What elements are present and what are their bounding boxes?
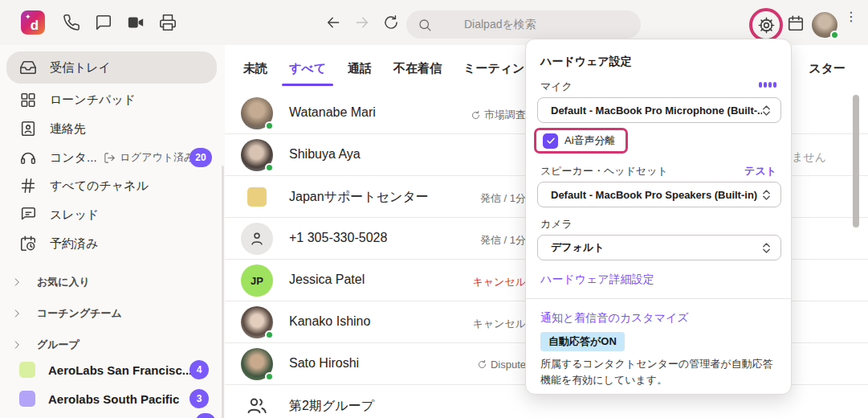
presence-dot — [265, 121, 274, 130]
sidebar-section-coaching[interactable]: コーチングチーム — [11, 301, 212, 326]
avatar — [241, 223, 273, 255]
hardware-settings-popup: ハードウェア設定 マイク Default - MacBook Pro Micro… — [525, 39, 792, 395]
avatar — [241, 139, 273, 171]
forward-arrow-icon[interactable] — [354, 14, 370, 31]
search-input[interactable]: Dialpadを検索 — [406, 10, 641, 39]
tab-calls[interactable]: 通話 — [348, 61, 372, 76]
phone-icon[interactable] — [63, 14, 80, 31]
avatar — [241, 306, 273, 338]
logout-icon — [104, 152, 116, 164]
group-badge: 4 — [189, 360, 209, 379]
partial-badge — [196, 413, 215, 418]
sidebar-section-groups[interactable]: グループ — [11, 333, 212, 357]
avatar — [241, 97, 273, 129]
search-icon — [418, 18, 432, 32]
camera-select[interactable]: デフォルト — [537, 235, 781, 260]
sidebar-item-threads[interactable]: スレッド — [6, 200, 217, 229]
notifications-ringtones-link[interactable]: 通知と着信音のカスタマイズ — [540, 311, 689, 326]
presence-dot — [265, 163, 274, 172]
avatar-initials: JP — [241, 264, 273, 297]
sidebar-item-inbox[interactable]: 受信トレイ — [6, 51, 217, 84]
threads-icon — [19, 206, 37, 223]
ai-separation-checkbox[interactable] — [543, 133, 558, 149]
chevron-updown-icon — [762, 242, 771, 254]
settings-highlight-ring — [749, 8, 783, 42]
sidebar-item-contacts[interactable]: 連絡先 — [6, 114, 217, 143]
video-icon[interactable] — [127, 14, 145, 31]
speaker-label: スピーカー・ヘッドセット — [540, 164, 668, 178]
sidebar-group-aerolabs-sf[interactable]: AeroLabs San Francisc... 4 — [6, 355, 217, 384]
inbox-icon — [19, 59, 37, 76]
overflow-menu-icon[interactable]: ⋮ — [845, 14, 858, 31]
group-color-swatch — [19, 391, 35, 407]
search-placeholder: Dialpadを検索 — [464, 18, 536, 32]
mic-select[interactable]: Default - MacBook Pro Microphone (Built-… — [537, 97, 781, 123]
popup-title: ハードウェア設定 — [540, 55, 632, 69]
tab-missed[interactable]: 不在着信 — [393, 61, 442, 76]
redirect-icon — [471, 110, 481, 121]
sidebar-item-channels[interactable]: すべてのチャネル — [6, 171, 217, 200]
sidebar-item-scheduled[interactable]: 予約済み — [6, 229, 217, 258]
print-icon[interactable] — [159, 14, 177, 31]
dialpad-logo[interactable]: ✦ d — [21, 10, 45, 35]
camera-label: カメラ — [540, 217, 573, 232]
chevron-right-icon — [11, 308, 22, 319]
advanced-hardware-link[interactable]: ハードウェア詳細設定 — [540, 273, 654, 287]
calendar-icon[interactable] — [787, 14, 805, 32]
truncated-text-fragment: ません — [792, 150, 826, 165]
settings-gear-icon[interactable] — [757, 16, 776, 35]
hash-icon — [19, 177, 37, 195]
chevron-right-icon — [11, 339, 22, 350]
check-icon — [546, 136, 556, 145]
unread-count-badge: 20 — [189, 148, 212, 167]
ai-separation-label: Ai音声分離 — [564, 133, 616, 148]
group-color-swatch — [19, 362, 35, 378]
chevron-updown-icon — [762, 104, 771, 117]
auto-answer-badge: 自動応答がON — [540, 332, 625, 351]
avatar — [241, 348, 273, 380]
speaker-select[interactable]: Default - MacBook Pro Speakers (Built-in… — [537, 182, 781, 207]
divider — [526, 298, 791, 299]
redirect-icon — [477, 359, 487, 370]
chevron-right-icon — [11, 277, 22, 288]
auto-answer-description: 所属するコンタクトセンターの管理者が自動応答機能を有効にしています。 — [540, 356, 780, 388]
presence-dot — [830, 31, 839, 39]
launchpad-icon — [19, 91, 37, 109]
sidebar-section-favorites[interactable]: お気に入り — [11, 270, 212, 294]
sidebar-item-contact-center[interactable]: コンタ... ログアウト済み 20 — [6, 143, 217, 172]
tab-unread[interactable]: 未読 — [243, 61, 267, 76]
sidebar-group-aerolabs-sp[interactable]: Aerolabs South Pacific 3 — [6, 384, 217, 413]
list-scrollbar[interactable] — [853, 95, 859, 227]
mic-level-indicator — [759, 82, 776, 88]
speaker-test-link[interactable]: テスト — [744, 164, 776, 178]
tab-all[interactable]: すべて — [289, 61, 326, 76]
tab-starred[interactable]: スター — [809, 61, 846, 76]
logout-status: ログアウト済み — [120, 150, 195, 165]
person-icon — [248, 230, 266, 248]
back-arrow-icon[interactable] — [325, 14, 341, 31]
chevron-updown-icon — [762, 189, 771, 201]
calendar-clock-icon — [19, 235, 37, 252]
sidebar-scrollbar[interactable] — [222, 166, 224, 418]
refresh-icon[interactable] — [383, 14, 399, 31]
presence-dot — [265, 372, 274, 381]
sidebar-item-launchpad[interactable]: ローンチパッド — [6, 85, 217, 114]
group-avatar-square — [247, 187, 267, 207]
sparkle-icon: ✦ — [25, 14, 31, 21]
mic-label: マイク — [540, 80, 573, 94]
sidebar: 受信トレイ ローンチパッド 連絡先 コンタ... ログアウト済み 20 すべての… — [0, 45, 225, 418]
ai-separation-highlight: Ai音声分離 — [534, 128, 628, 154]
user-avatar[interactable] — [812, 12, 837, 38]
group-badge: 3 — [189, 389, 209, 408]
headset-icon — [19, 149, 37, 166]
contacts-icon — [19, 120, 37, 137]
chat-icon[interactable] — [95, 14, 112, 31]
presence-dot — [265, 330, 274, 339]
people-icon — [246, 395, 268, 417]
